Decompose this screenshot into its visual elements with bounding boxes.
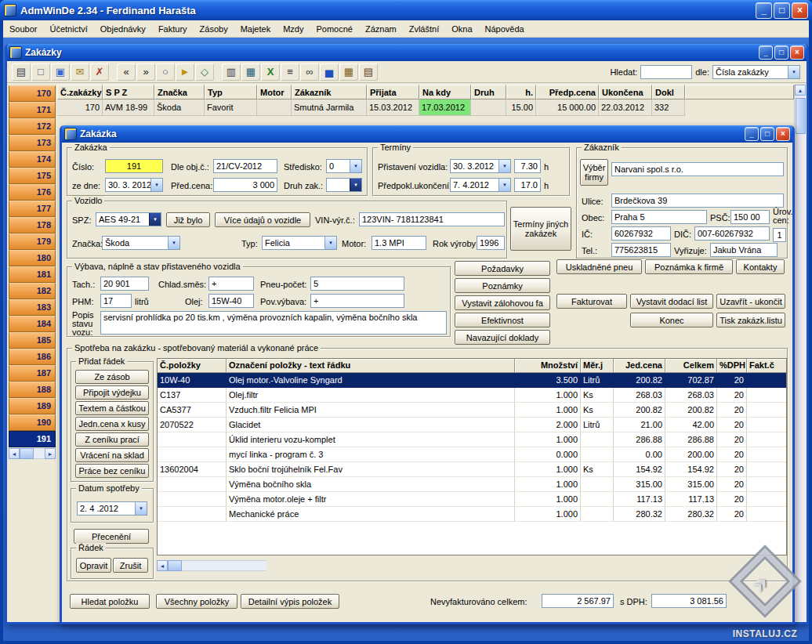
item-cell[interactable] [747,492,786,507]
order-number-cell[interactable]: 180 [9,250,56,266]
item-cell[interactable]: 280.32 [665,507,717,522]
menu-item[interactable]: Objednávky [94,22,152,36]
tel-field[interactable]: 775623815 [611,243,671,257]
close-button[interactable]: × [790,45,804,60]
items-header-cell[interactable]: Fakt.č [747,359,786,373]
znacka-combo[interactable]: Škoda ▼ [102,236,180,250]
new-icon[interactable]: □ [31,63,50,81]
item-cell[interactable]: 20 [717,418,747,432]
delete-icon[interactable]: ✗ [90,63,109,81]
grid-header-cell[interactable]: Č.zakázky [57,85,103,99]
items-header-cell[interactable]: Celkem [665,359,717,373]
item-row[interactable]: 10W-40 Olej motor.-Valvoline Syngard 3.5… [158,373,786,388]
item-cell[interactable]: 702.87 [665,373,717,388]
item-cell[interactable]: 286.88 [665,432,717,447]
vraceni-na-sklad-button[interactable]: Vrácení na sklad [75,448,149,462]
order-number-cell[interactable]: 179 [9,233,56,250]
cards-icon[interactable]: ▦ [339,63,358,81]
order-number-cell[interactable]: 183 [9,299,56,316]
grid-cell[interactable]: AVM 18-99 [103,99,154,116]
jiz-bylo-button[interactable]: Již bylo [166,212,210,227]
first-record-icon[interactable]: « [117,63,136,81]
poznamka-k-firme-button[interactable]: Poznámka k firmě [645,259,733,274]
item-cell[interactable] [747,418,786,432]
print-grid-icon[interactable]: ▥ [222,63,241,81]
item-cell[interactable] [158,447,227,462]
items-header-cell[interactable]: Jed.cena [614,359,665,373]
fakturovat-button[interactable]: Fakturovat [556,294,627,309]
item-row[interactable]: 13602004 Sklo boční trojúhelník Fel.Fav … [158,462,786,477]
item-cell[interactable] [158,507,227,522]
grid-cell[interactable]: 22.03.2012 [599,99,652,116]
select-icon[interactable]: ◇ [195,63,214,81]
item-cell[interactable] [581,477,614,492]
item-row[interactable]: Mechanické práce 1.000 280.32 280.32 20 [158,507,786,522]
item-row[interactable]: 2070522 Glacidet 2.000 Litrů 21.00 42.00… [158,418,786,432]
order-number-cell[interactable]: 186 [9,349,56,365]
order-number-cell[interactable]: 185 [9,332,56,349]
kontakty-button[interactable]: Kontakty [736,259,785,274]
scroll-left-icon[interactable]: ◄ [9,448,20,459]
order-number-cell[interactable]: 184 [9,316,56,332]
grid-header-cell[interactable]: h. [506,85,536,99]
send-icon[interactable]: ✉ [71,63,89,81]
typ-combo[interactable]: Felicia ▼ [262,236,337,250]
grid-cell[interactable]: 170 [57,99,103,116]
item-cell[interactable]: 21.00 [614,418,665,432]
menu-item[interactable]: Mzdy [277,22,310,36]
order-row[interactable]: 170 AVM 18-99 Škoda Favorit Smutná Jarmi… [57,99,794,116]
menu-item[interactable]: Faktury [152,22,194,36]
order-number-cell[interactable]: 191 [9,431,56,447]
item-cell[interactable]: 0.000 [515,447,581,462]
pov-vybava-field[interactable]: + [310,294,404,308]
go-icon[interactable]: ► [176,63,194,81]
item-cell[interactable] [747,507,786,522]
tisk-zakazk-listu-button[interactable]: Tisk zakázk.listu [716,313,785,327]
pneu-field[interactable]: 5 [310,277,404,291]
chevron-down-icon[interactable]: ▼ [498,179,510,191]
scrollbar-track[interactable] [34,448,45,459]
search-by-combo[interactable]: Čísla zakázky ▼ [712,65,800,79]
excel-icon[interactable]: X [261,63,280,81]
notes-icon[interactable]: ▤ [359,63,378,81]
last-record-icon[interactable]: » [136,63,155,81]
item-cell[interactable]: 117.13 [614,492,665,507]
item-cell[interactable]: 286.88 [614,432,665,447]
item-cell[interactable]: 1.000 [515,432,581,447]
obec-field[interactable]: Praha 5 [611,210,707,224]
prace-bez-ceniku-button[interactable]: Práce bez ceníku [75,464,149,478]
order-number-cell[interactable]: 171 [9,102,56,118]
item-cell[interactable]: Litrů [581,418,614,432]
item-cell[interactable]: 20 [717,403,747,418]
grid-header-cell[interactable]: Motor [257,85,292,99]
item-cell[interactable]: Olej.filtr [227,388,515,403]
ulice-field[interactable]: Brdečkova 39 [611,194,784,208]
item-cell[interactable]: CA5377 [158,403,227,418]
item-cell[interactable] [747,447,786,462]
item-cell[interactable]: 315.00 [614,477,665,492]
item-cell[interactable]: 2.000 [515,418,581,432]
druh-zak-combo[interactable]: ▼ [326,178,362,192]
menu-item[interactable]: Majetek [234,22,277,36]
order-number-cell[interactable]: 182 [9,283,56,299]
maximize-button[interactable]: □ [774,2,790,19]
motor-field[interactable]: 1.3 MPI [372,236,426,250]
order-number-cell[interactable]: 172 [9,118,56,135]
item-cell[interactable]: 200.82 [665,403,717,418]
item-cell[interactable] [581,492,614,507]
item-cell[interactable]: 200.82 [614,403,665,418]
chevron-down-icon[interactable]: ▼ [150,179,162,191]
item-cell[interactable]: 20 [717,388,747,403]
minimize-button[interactable]: _ [759,45,773,60]
item-cell[interactable]: 42.00 [665,418,717,432]
order-number-cell[interactable]: 175 [9,168,56,184]
grid-cell[interactable]: Favorit [205,99,257,116]
datum-spotreby-combo[interactable]: 2. 4 .2012 ▼ [77,501,147,516]
item-row[interactable]: Úklid interieru vozu-komplet 1.000 286.8… [158,432,786,447]
item-row[interactable]: Výměna bočního skla 1.000 315.00 315.00 … [158,477,786,492]
item-cell[interactable]: mycí linka - program č. 3 [227,447,515,462]
scroll-right-icon[interactable]: ► [45,448,56,459]
phm-field[interactable]: 17 [100,294,132,308]
item-cell[interactable] [581,507,614,522]
vystavit-zalohovou-button[interactable]: Vystavit zálohovou fa [455,295,550,310]
